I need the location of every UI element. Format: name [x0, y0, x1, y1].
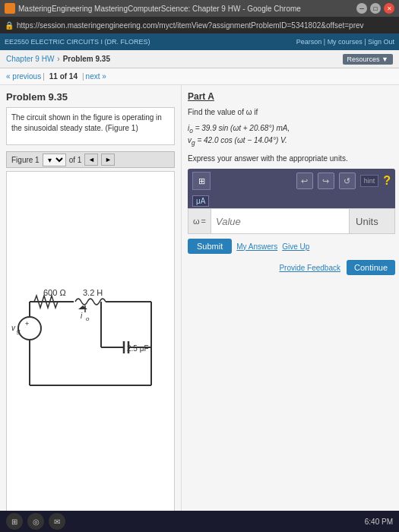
taskbar: ⊞ ◎ ✉ 6:40 PM [0, 511, 399, 532]
continue-button[interactable]: Continue [347, 260, 395, 275]
title-bar: MasteringEngineering MasteringComputerSc… [0, 0, 399, 17]
svg-text:o: o [86, 315, 90, 322]
top-nav-bar: EE2550 ELECTRIC CIRCUITS I (DR. FLORES) … [0, 33, 399, 50]
account-nav: Pearson | My courses | Sign Out [296, 38, 394, 46]
taskbar-icons: ⊞ ◎ ✉ [6, 513, 65, 530]
feedback-row: Provide Feedback Continue [188, 260, 395, 275]
taskbar-icon-3[interactable]: ✉ [49, 513, 65, 530]
main-content: Problem 9.35 The circuit shown in the fi… [0, 85, 399, 530]
undo-button[interactable]: ↩ [296, 173, 313, 189]
svg-text:2.5 μF: 2.5 μF [127, 344, 149, 353]
problem-title: Problem 9.35 [6, 91, 175, 103]
figure-next-button[interactable]: ► [101, 154, 115, 166]
redo-button[interactable]: ↪ [318, 173, 334, 189]
right-panel: Part A Find the value of ω if io = 39.9 … [182, 85, 399, 530]
ua-badge-label: μA [192, 195, 209, 207]
browser-title: MasteringEngineering MasteringComputerSc… [18, 5, 353, 13]
maximize-button[interactable]: □ [370, 3, 381, 14]
grid-icon-box: ⊞ [192, 172, 211, 190]
my-answers-link[interactable]: My Answers [236, 242, 277, 251]
breadcrumb-separator: › [57, 55, 59, 63]
omega-symbol: ω [193, 217, 200, 226]
breadcrumb-problem: Problem 9.35 [63, 55, 110, 63]
svg-text:v: v [11, 324, 16, 332]
hint-icon: ? [383, 174, 391, 188]
value-input[interactable] [211, 209, 349, 233]
figure-prev-button[interactable]: ◄ [84, 154, 98, 166]
answer-input-area: ω = Units [188, 208, 395, 234]
svg-text:+: + [25, 320, 29, 328]
breadcrumb-bar: Chapter 9 HW › Problem 9.35 Resources ▼ [0, 50, 399, 68]
part-label: Part A [188, 91, 395, 102]
svg-text:i: i [81, 312, 83, 320]
svg-point-18 [18, 317, 41, 340]
refresh-button[interactable]: ↺ [339, 173, 356, 189]
omega-equals: ω = [188, 209, 211, 233]
figure-controls: Figure 1 ▾ of 1 ◄ ► [6, 151, 175, 168]
breadcrumb-chapter[interactable]: Chapter 9 HW [6, 55, 54, 63]
description-text: The circuit shown in the figure is opera… [11, 113, 162, 132]
nav-count: 11 of 14 [49, 72, 78, 81]
figure-label: Figure 1 [11, 156, 40, 164]
nav-separator-1: | [43, 72, 45, 81]
nav-bar: « previous | 11 of 14 | next » [0, 68, 399, 85]
express-text: Express your answer with the appropriate… [188, 154, 395, 163]
next-link[interactable]: next » [86, 72, 106, 81]
prev-link[interactable]: « previous [6, 72, 41, 81]
taskbar-icon-1[interactable]: ⊞ [6, 513, 23, 530]
close-button[interactable]: ✕ [384, 3, 394, 14]
svg-text:g: g [17, 328, 21, 334]
minimize-button[interactable]: ─ [356, 3, 367, 14]
give-up-link[interactable]: Give Up [282, 242, 309, 251]
equals-sign: = [201, 217, 206, 226]
circuit-diagram: 600 Ω 3.2 H i o [6, 171, 175, 524]
left-panel: Problem 9.35 The circuit shown in the fi… [0, 85, 182, 530]
nav-separator-2: | [82, 72, 84, 81]
lock-icon: 🔒 [5, 21, 14, 30]
resources-button[interactable]: Resources ▼ [343, 54, 393, 65]
equation-1: io = 39.9 sin (ωt + 20.68°) mA, [188, 124, 395, 135]
problem-description: The circuit shown in the figure is opera… [6, 107, 175, 145]
equation-2: vg = 42.0 cos (ωt − 14.04°) V. [188, 136, 395, 147]
browser-icon [5, 3, 15, 14]
svg-marker-5 [78, 306, 87, 309]
submit-row: Submit My Answers Give Up [188, 239, 395, 254]
window-controls: ─ □ ✕ [356, 3, 394, 14]
find-text: Find the value of ω if [188, 106, 395, 118]
browser-chrome: MasteringEngineering MasteringComputerSc… [0, 0, 399, 33]
svg-text:600 Ω: 600 Ω [43, 288, 66, 297]
taskbar-icon-2[interactable]: ◎ [27, 513, 44, 530]
submit-button[interactable]: Submit [188, 239, 232, 254]
provide-feedback-link[interactable]: Provide Feedback [279, 264, 340, 272]
unit-badge-bar: μA [188, 193, 395, 208]
units-input[interactable]: Units [349, 209, 394, 233]
taskbar-time: 6:40 PM [365, 518, 393, 526]
course-label: EE2550 ELECTRIC CIRCUITS I (DR. FLORES) [5, 38, 150, 46]
svg-text:3.2 H: 3.2 H [83, 288, 103, 297]
answer-toolbar: ⊞ ↩ ↪ ↺ hint ? [188, 169, 395, 193]
figure-of: of 1 [69, 156, 82, 164]
circuit-svg: 600 Ω 3.2 H i o [7, 279, 174, 416]
url-text[interactable]: https://session.masteringengineering.com… [17, 21, 394, 30]
address-bar: 🔒 https://session.masteringengineering.c… [0, 17, 399, 33]
grid-icon: ⊞ [198, 176, 205, 186]
unit-hint-label: hint [360, 175, 379, 187]
figure-select[interactable]: ▾ [43, 154, 66, 166]
